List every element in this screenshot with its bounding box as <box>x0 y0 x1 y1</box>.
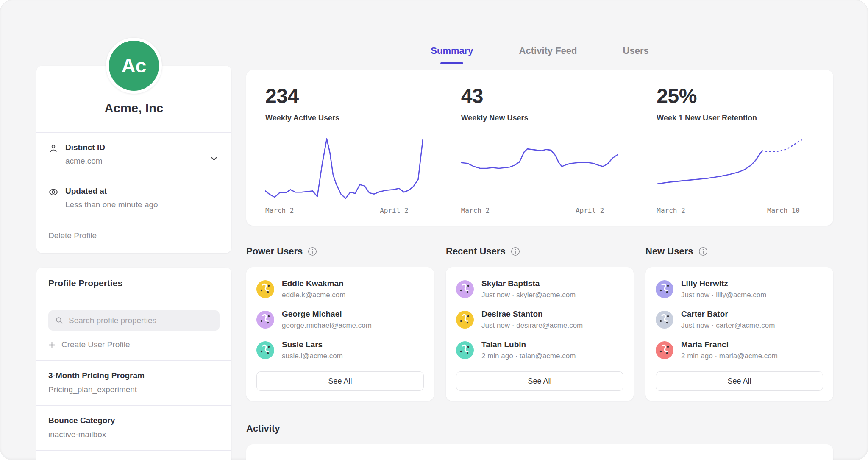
user-name: Talan Lubin <box>481 340 576 349</box>
search-profile-properties[interactable] <box>48 310 220 331</box>
updated-at-label: Updated at <box>65 187 158 196</box>
chevron-down-icon[interactable] <box>209 154 219 163</box>
tab-activity-feed[interactable]: Activity Feed <box>517 45 579 59</box>
stat-week1-retention: 25% Week 1 New User Retention March 2 Ma… <box>637 84 833 215</box>
summary-stats-card: 234 Weekly Active Users March 2 April 2 … <box>246 70 833 226</box>
stat-value: 43 <box>461 84 619 108</box>
user-avatar <box>456 311 474 329</box>
tab-users[interactable]: Users <box>621 45 651 59</box>
updated-at-row[interactable]: Updated at Less than one minute ago <box>36 176 231 220</box>
distinct-id-value: acme.com <box>65 156 105 166</box>
stat-weekly-new-users: 43 Weekly New Users March 2 April 2 <box>442 84 638 215</box>
updated-at-value: Less than one minute ago <box>65 200 158 209</box>
x-axis: March 2 April 2 <box>461 206 619 215</box>
info-icon[interactable] <box>308 247 317 256</box>
doodle-face-icon <box>456 311 474 329</box>
user-avatar <box>656 341 673 359</box>
doodle-face-icon <box>256 311 274 329</box>
cohort-header: Recent Users <box>446 246 634 257</box>
property-name: 3-Month Pricing Program <box>48 371 220 380</box>
tab-bar: Summary Activity Feed Users <box>246 45 833 59</box>
cohort-title: Recent Users <box>446 246 506 257</box>
power-users-column: Power Users Eddie Kwakman eddie.k@acme.c… <box>246 246 434 401</box>
user-detail: Just now · carter@acme.com <box>681 321 775 330</box>
user-row[interactable]: Desirae Stanton Just now · desirare@acme… <box>456 309 623 330</box>
stat-weekly-active-users: 234 Weekly Active Users March 2 April 2 <box>246 84 442 215</box>
user-name: Carter Bator <box>681 309 775 319</box>
doodle-face-icon <box>256 341 274 359</box>
user-row[interactable]: Carter Bator Just now · carter@acme.com <box>656 309 823 330</box>
user-row[interactable]: Talan Lubin 2 min ago · talan@acme.com <box>456 340 623 360</box>
cohort-title: Power Users <box>246 246 303 257</box>
profile-sidebar: Ac Acme, Inc Distinct ID acme.com <box>36 38 231 460</box>
new-users-card: Lilly Herwitz Just now · lilly@acme.com … <box>645 267 833 401</box>
search-icon <box>55 316 64 325</box>
activity-section-title: Activity <box>246 423 833 434</box>
user-row[interactable]: Skylar Baptista Just now · skyler@acme.c… <box>456 279 623 299</box>
company-initials: Ac <box>122 54 147 77</box>
property-row[interactable]: 3-Month Pricing Program Pricing_plan_exp… <box>36 361 231 405</box>
company-profile-window: Ac Acme, Inc Distinct ID acme.com <box>0 0 868 460</box>
x-axis: March 2 March 10 <box>657 206 814 215</box>
property-row[interactable]: Bounce Category inactive-mailbox <box>36 406 231 450</box>
info-icon[interactable] <box>698 247 708 256</box>
user-name: Susie Lars <box>282 340 343 349</box>
recent-users-card: Skylar Baptista Just now · skyler@acme.c… <box>446 267 634 401</box>
user-avatar <box>256 311 274 329</box>
search-input[interactable] <box>69 316 213 325</box>
stat-label: Weekly Active Users <box>265 114 423 123</box>
doodle-face-icon <box>456 280 474 298</box>
doodle-face-icon <box>656 341 673 359</box>
user-row[interactable]: Susie Lars susie.l@acme.com <box>256 340 424 360</box>
cohort-title: New Users <box>645 246 693 257</box>
user-avatar <box>456 341 474 359</box>
user-name: Desirae Stanton <box>481 309 583 319</box>
eye-icon <box>48 187 58 197</box>
user-row[interactable]: Eddie Kwakman eddie.k@acme.com <box>256 279 424 299</box>
user-row[interactable]: George Michael george.michael@acme.com <box>256 309 424 330</box>
user-name: George Michael <box>282 309 372 319</box>
user-avatar <box>456 280 474 298</box>
weekly-new-users-chart <box>461 134 619 202</box>
x-tick-start: March 2 <box>461 206 490 215</box>
doodle-face-icon <box>456 341 474 359</box>
property-row[interactable]: Browser Chrome <box>36 451 231 460</box>
user-detail: Just now · skyler@acme.com <box>481 291 576 299</box>
user-avatar <box>656 280 673 298</box>
see-all-button[interactable]: See All <box>256 371 424 391</box>
property-value: Pricing_plan_experiment <box>48 385 220 394</box>
distinct-id-label: Distinct ID <box>65 143 105 152</box>
person-icon <box>48 143 58 153</box>
user-row[interactable]: Maria Franci 2 min ago · maria@acme.com <box>656 340 823 360</box>
doodle-face-icon <box>656 311 673 329</box>
create-user-profile-button[interactable]: Create User Profile <box>48 340 130 349</box>
user-detail: george.michael@acme.com <box>282 321 372 330</box>
x-tick-start: March 2 <box>265 206 294 215</box>
stat-label: Week 1 New User Retention <box>657 114 814 123</box>
x-tick-end: April 2 <box>576 206 604 215</box>
recent-users-column: Recent Users Skylar Baptista Just now · … <box>446 246 634 401</box>
x-axis: March 2 April 2 <box>265 206 423 215</box>
user-row[interactable]: Lilly Herwitz Just now · lilly@acme.com <box>656 279 823 299</box>
distinct-id-row[interactable]: Distinct ID acme.com <box>36 133 231 176</box>
cohort-header: New Users <box>645 246 833 257</box>
user-detail: eddie.k@acme.com <box>282 291 346 299</box>
cohort-section: Power Users Eddie Kwakman eddie.k@acme.c… <box>246 246 833 401</box>
see-all-button[interactable]: See All <box>656 371 823 391</box>
info-icon[interactable] <box>511 247 520 256</box>
stat-label: Weekly New Users <box>461 114 619 123</box>
tab-summary[interactable]: Summary <box>429 45 475 59</box>
stat-value: 25% <box>657 84 814 108</box>
delete-profile-button[interactable]: Delete Profile <box>36 220 231 253</box>
see-all-button[interactable]: See All <box>456 371 623 391</box>
user-name: Eddie Kwakman <box>282 279 346 288</box>
weekly-active-users-chart <box>265 134 423 202</box>
cohort-header: Power Users <box>246 246 434 257</box>
profile-properties-title: Profile Properties <box>36 268 231 299</box>
user-detail: Just now · lilly@acme.com <box>681 291 766 299</box>
main-content: Summary Activity Feed Users 234 Weekly A… <box>246 0 833 460</box>
company-name: Acme, Inc <box>36 94 231 132</box>
user-avatar <box>656 311 673 329</box>
x-tick-end: March 10 <box>767 206 800 215</box>
user-name: Lilly Herwitz <box>681 279 766 288</box>
